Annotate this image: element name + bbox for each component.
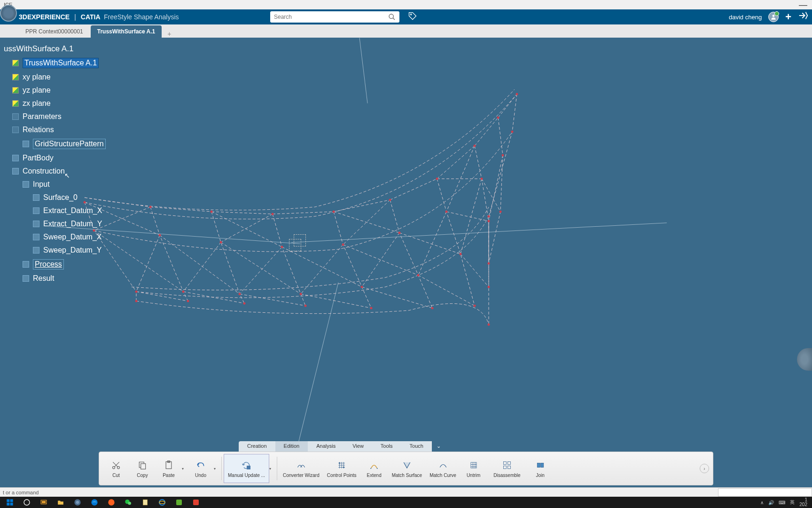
tree-root[interactable]: ussWithSurface A.1 xyxy=(0,42,132,56)
tree-item-label: Extract_Datum_Y xyxy=(43,220,102,228)
explorer-icon[interactable] xyxy=(53,497,69,508)
tray-volume-icon[interactable]: 🔊 xyxy=(768,500,774,505)
minimize-icon[interactable]: — xyxy=(799,0,807,10)
svg-point-24 xyxy=(135,291,138,293)
tree-item-gridstructurepattern[interactable]: GridStructurePattern xyxy=(0,136,132,151)
join-button[interactable]: Join xyxy=(527,454,554,483)
tree-item-trusswithsurface-a-1[interactable]: TrussWithSurface A.1 xyxy=(0,56,132,71)
untrim-button[interactable]: Untrim xyxy=(460,454,487,483)
camtasia-icon[interactable] xyxy=(171,497,187,508)
tree-node-icon xyxy=(33,234,39,240)
tree-item-extract-datum-x[interactable]: Extract_Datum_X xyxy=(0,204,132,217)
add-icon[interactable]: + xyxy=(785,11,791,23)
share-icon[interactable] xyxy=(798,10,808,24)
search-box[interactable] xyxy=(270,11,399,23)
control-points-button[interactable]: Control Points xyxy=(323,454,360,483)
cortana-icon[interactable] xyxy=(19,497,35,508)
tab-edition[interactable]: Edition xyxy=(275,441,308,452)
edge-icon[interactable] xyxy=(86,497,102,508)
user-name[interactable]: david cheng xyxy=(729,14,762,21)
tree-item-partbody[interactable]: PartBody xyxy=(0,151,132,165)
tree-item-label: Input xyxy=(33,180,50,189)
tray-lang-icon[interactable]: 英 xyxy=(790,499,795,506)
match-curve-button[interactable]: Match Curve xyxy=(426,454,460,483)
expand-tabs-icon[interactable]: ⌄ xyxy=(432,441,445,452)
tree-item-parameters[interactable]: Parameters xyxy=(0,110,132,123)
tree-item-sweep-datum-x[interactable]: Sweep_Datum_X xyxy=(0,230,132,244)
tree-node-icon xyxy=(12,87,19,94)
tree-item-construction[interactable]: Construction xyxy=(0,165,132,178)
tree-item-surface-0[interactable]: Surface_0 xyxy=(0,191,132,204)
tree-item-relations[interactable]: Relations xyxy=(0,123,132,136)
tree-item-zx-plane[interactable]: zx plane xyxy=(0,97,132,110)
firefox-icon[interactable] xyxy=(103,497,119,508)
notepad-icon[interactable] xyxy=(137,497,153,508)
spec-tree[interactable]: ussWithSurface A.1 TrussWithSurface A.1x… xyxy=(0,42,132,285)
tab-tools[interactable]: Tools xyxy=(372,441,401,452)
start-button[interactable] xyxy=(2,497,18,508)
svg-rect-59 xyxy=(540,463,543,467)
tab-view[interactable]: View xyxy=(344,441,372,452)
compass-icon[interactable] xyxy=(0,5,17,22)
manual-update-button[interactable]: Manual Update ... xyxy=(224,454,269,483)
windows-taskbar: ∧ 🔊 ⌨ 英 1 202 xyxy=(0,497,812,508)
system-tray[interactable]: ∧ 🔊 ⌨ 英 1 202 xyxy=(760,498,810,507)
tray-clock[interactable]: 1 202 xyxy=(799,498,807,507)
tree-item-result[interactable]: Result xyxy=(0,272,132,285)
paste-dropdown-icon[interactable]: ▾ xyxy=(182,467,187,471)
svg-point-64 xyxy=(24,500,30,505)
cut-button[interactable]: Cut xyxy=(103,454,129,483)
svg-point-15 xyxy=(159,234,161,237)
extend-button[interactable]: Extend xyxy=(360,454,388,483)
disassemble-button[interactable]: Disassemble xyxy=(487,454,527,483)
tab-ppr-context[interactable]: PPR Context00000001 xyxy=(19,25,90,38)
tab-truss-surface[interactable]: TrussWithSurface A.1 xyxy=(91,25,162,38)
undo-dropdown-icon[interactable]: ▾ xyxy=(214,467,219,471)
search-input[interactable] xyxy=(274,14,388,20)
catia-icon[interactable] xyxy=(70,497,86,508)
tree-item-label: Sweep_Datum_X xyxy=(43,233,102,241)
svg-point-19 xyxy=(398,232,401,234)
search-icon[interactable] xyxy=(388,13,396,21)
tray-ime-icon[interactable]: ⌨ xyxy=(779,500,785,505)
tree-item-sweep-datum-y[interactable]: Sweep_Datum_Y xyxy=(0,244,132,257)
copy-icon xyxy=(136,460,149,471)
tab-touch[interactable]: Touch xyxy=(401,441,432,452)
svg-line-1 xyxy=(393,18,395,20)
paste-button[interactable]: Paste xyxy=(156,454,182,483)
app-icon[interactable] xyxy=(188,497,204,508)
tree-item-process[interactable]: Process xyxy=(0,257,132,272)
tree-item-extract-datum-y[interactable]: Extract_Datum_Y xyxy=(0,217,132,230)
match-surface-button[interactable]: Match Surface xyxy=(388,454,426,483)
svg-point-38 xyxy=(370,307,373,310)
status-input[interactable] xyxy=(718,488,812,497)
converter-wizard-button[interactable]: Converter Wizard xyxy=(279,454,323,483)
tree-item-input[interactable]: Input xyxy=(0,178,132,191)
wechat-icon[interactable] xyxy=(120,497,136,508)
tree-item-yz-plane[interactable]: yz plane xyxy=(0,84,132,97)
document-tabs: PPR Context00000001 TrussWithSurface A.1… xyxy=(0,24,812,38)
ie-icon[interactable] xyxy=(154,497,170,508)
tag-icon[interactable] xyxy=(408,11,417,23)
tree-node-icon xyxy=(23,275,29,282)
app-header: 3DEXPERIENCE | CATIA FreeStyle Shape Ana… xyxy=(0,9,812,24)
tree-item-label: Result xyxy=(33,274,54,283)
svg-point-2 xyxy=(410,14,412,15)
tab-analysis[interactable]: Analysis xyxy=(308,441,344,452)
update-dropdown-icon[interactable]: ▾ xyxy=(269,467,275,471)
copy-button[interactable]: Copy xyxy=(129,454,156,483)
undo-button[interactable]: Undo xyxy=(187,454,214,483)
match-curve-icon xyxy=(437,460,450,471)
tree-node-icon xyxy=(33,207,39,214)
disassemble-icon xyxy=(500,460,514,471)
tray-chevron-icon[interactable]: ∧ xyxy=(760,500,764,505)
svg-point-33 xyxy=(488,215,490,218)
taskview-icon[interactable] xyxy=(36,497,52,508)
tree-item-xy-plane[interactable]: xy plane xyxy=(0,71,132,84)
view-compass-icon[interactable] xyxy=(797,348,812,371)
tree-node-icon xyxy=(23,181,29,188)
tab-add-icon[interactable]: + xyxy=(163,30,176,38)
toolbar-scroll-right-icon[interactable]: › xyxy=(700,464,709,473)
user-avatar-icon[interactable] xyxy=(768,12,779,22)
tab-creation[interactable]: Creation xyxy=(239,441,275,452)
